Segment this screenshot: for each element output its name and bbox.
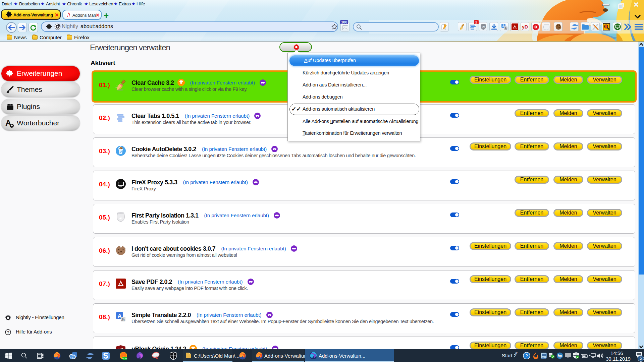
svg-text:あ: あ — [504, 27, 507, 30]
svg-text:uO: uO — [482, 25, 485, 28]
svg-text:あ: あ — [121, 317, 125, 321]
svg-text:BETA: BETA — [122, 358, 128, 360]
svg-text:hp: hp — [558, 354, 562, 358]
svg-text:?: ? — [525, 353, 528, 358]
svg-text:?: ? — [7, 330, 9, 334]
